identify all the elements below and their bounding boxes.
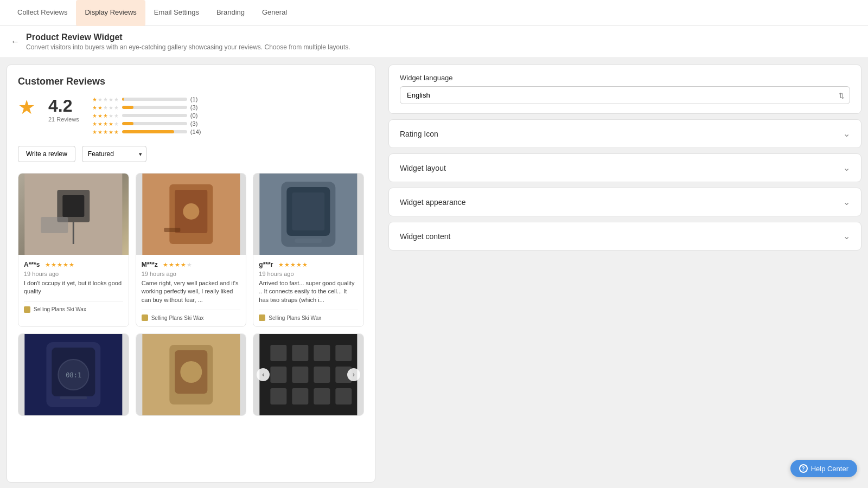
- svg-rect-13: [292, 192, 325, 230]
- product-swatch-3: [259, 314, 265, 321]
- widget-layout-title: Widget layout: [400, 164, 446, 172]
- reviewer-name-1: A***s: [24, 261, 40, 268]
- reviewer-stars-1: ★★★★★: [45, 261, 74, 268]
- product-swatch-2: [142, 314, 148, 321]
- rating-count: 21 Reviews: [48, 116, 79, 123]
- widget-appearance-card: Widget appearance ⌄: [388, 188, 861, 216]
- rating-icon-header[interactable]: Rating Icon ⌄: [389, 120, 861, 147]
- review-card-image-5: [136, 334, 246, 415]
- help-center-label: Help Center: [811, 465, 848, 473]
- rating-summary: ★ 4.2 21 Reviews ★★★★★ (1) ★★★★★: [18, 96, 364, 135]
- svg-rect-37: [336, 388, 352, 404]
- page-subtitle: Convert visitors into buyers with an eye…: [26, 43, 350, 51]
- bar-count-3: (0): [190, 112, 201, 119]
- review-actions: Write a review Featured Most Recent High…: [18, 146, 364, 162]
- review-product-2: Selling Plans Ski Wax: [142, 310, 241, 321]
- svg-rect-27: [292, 345, 309, 361]
- review-card-6: ‹ ›: [253, 333, 364, 416]
- sort-select-wrapper: Featured Most Recent Highest Rating Lowe…: [82, 146, 146, 162]
- review-card-4: 08:1: [18, 333, 129, 416]
- product-name-2: Selling Plans Ski Wax: [151, 315, 204, 321]
- review-card-image-3: [253, 174, 363, 255]
- bar-row-5: ★★★★★ (14): [92, 129, 201, 135]
- product-name-1: Selling Plans Ski Wax: [34, 306, 86, 312]
- svg-rect-31: [292, 367, 309, 383]
- svg-rect-9: [164, 228, 180, 232]
- review-time-1: 19 hours ago: [24, 271, 123, 277]
- reviewer-name-3: g***r: [259, 261, 273, 268]
- review-card-image-4: 08:1: [18, 334, 129, 415]
- review-card-image-6: ‹ ›: [253, 334, 363, 415]
- widget-content-card: Widget content ⌄: [388, 222, 861, 251]
- svg-point-24: [180, 361, 202, 383]
- help-circle-icon: ?: [799, 464, 808, 473]
- review-card-image-1: [18, 174, 129, 255]
- svg-rect-2: [62, 195, 84, 217]
- bar-row-2: ★★★★★ (3): [92, 104, 201, 111]
- page-title: Product Review Widget: [26, 33, 350, 42]
- review-product-1: Selling Plans Ski Wax: [24, 301, 123, 313]
- settings-panel: Widget language English Spanish French G…: [382, 58, 868, 488]
- widget-appearance-title: Widget appearance: [400, 198, 465, 207]
- bar-count-5: (14): [190, 129, 201, 135]
- svg-rect-30: [271, 367, 287, 383]
- carousel-prev-button[interactable]: ‹: [257, 368, 270, 381]
- widget-content-header[interactable]: Widget content ⌄: [389, 222, 861, 250]
- tab-general[interactable]: General: [253, 0, 296, 26]
- reviews-section-title: Customer Reviews: [18, 76, 364, 87]
- review-grid: A***s ★★★★★ 19 hours ago I don't occupy …: [18, 173, 364, 327]
- review-card-2: M***z ★★★★★ 19 hours ago Came right, ver…: [136, 173, 247, 327]
- tab-collect-reviews[interactable]: Collect Reviews: [9, 0, 76, 26]
- bar-count-1: (1): [190, 96, 201, 102]
- review-time-2: 19 hours ago: [142, 271, 241, 277]
- review-product-3: Selling Plans Ski Wax: [259, 310, 358, 321]
- product-name-3: Selling Plans Ski Wax: [269, 315, 321, 321]
- review-grid-row2: 08:1: [18, 333, 364, 416]
- product-swatch-1: [24, 306, 30, 313]
- widget-layout-header[interactable]: Widget layout ⌄: [389, 154, 861, 182]
- bar-count-2: (3): [190, 104, 201, 111]
- review-card-image-2: [136, 174, 246, 255]
- help-center-button[interactable]: ? Help Center: [790, 460, 857, 477]
- carousel-next-button[interactable]: ›: [347, 368, 360, 381]
- widget-appearance-header[interactable]: Widget appearance ⌄: [389, 188, 861, 216]
- reviewer-stars-2: ★★★★★: [163, 261, 192, 268]
- rating-score: 4.2: [48, 96, 79, 116]
- bar-row-4: ★★★★★ (3): [92, 120, 201, 127]
- svg-rect-4: [41, 217, 68, 233]
- tab-display-reviews[interactable]: Display Reviews: [76, 0, 145, 26]
- svg-rect-35: [292, 388, 309, 404]
- svg-rect-34: [271, 388, 287, 404]
- widget-layout-card: Widget layout ⌄: [388, 153, 861, 182]
- back-button[interactable]: ←: [11, 37, 20, 47]
- svg-text:08:1: 08:1: [66, 371, 81, 379]
- top-navigation: Collect Reviews Display Reviews Email Se…: [0, 0, 868, 26]
- svg-rect-20: [60, 396, 87, 399]
- sort-select[interactable]: Featured Most Recent Highest Rating Lowe…: [82, 146, 146, 162]
- review-card-3: g***r ★★★★★ 19 hours ago Arrived too fas…: [253, 173, 364, 327]
- svg-rect-14: [295, 239, 322, 243]
- language-select[interactable]: English Spanish French German Italian: [400, 86, 850, 104]
- bar-row-1: ★★★★★ (1): [92, 96, 201, 102]
- svg-rect-36: [314, 388, 330, 404]
- bar-row-3: ★★★★★ (0): [92, 112, 201, 119]
- tab-branding[interactable]: Branding: [208, 0, 253, 26]
- rating-icon-card: Rating Icon ⌄: [388, 119, 861, 148]
- svg-rect-28: [314, 345, 330, 361]
- svg-rect-29: [336, 345, 352, 361]
- main-layout: Customer Reviews ★ 4.2 21 Reviews ★★★★★ …: [0, 58, 868, 488]
- tab-email-settings[interactable]: Email Settings: [145, 0, 208, 26]
- svg-point-8: [183, 203, 199, 220]
- svg-rect-32: [314, 367, 330, 383]
- review-card-1: A***s ★★★★★ 19 hours ago I don't occupy …: [18, 173, 129, 327]
- review-text-3: Arrived too fast... super good quality .…: [259, 279, 358, 304]
- widget-layout-chevron: ⌄: [843, 163, 850, 173]
- review-text-1: I don't occupy it yet, but it looks good…: [24, 279, 123, 296]
- write-review-button[interactable]: Write a review: [18, 146, 75, 162]
- bar-count-4: (3): [190, 120, 201, 127]
- review-text-2: Came right, very well packed and it's wo…: [142, 279, 241, 304]
- preview-scroll-area[interactable]: Customer Reviews ★ 4.2 21 Reviews ★★★★★ …: [7, 65, 375, 482]
- widget-content-title: Widget content: [400, 232, 450, 241]
- rating-icon-chevron: ⌄: [843, 129, 850, 139]
- big-star-icon: ★: [18, 96, 35, 118]
